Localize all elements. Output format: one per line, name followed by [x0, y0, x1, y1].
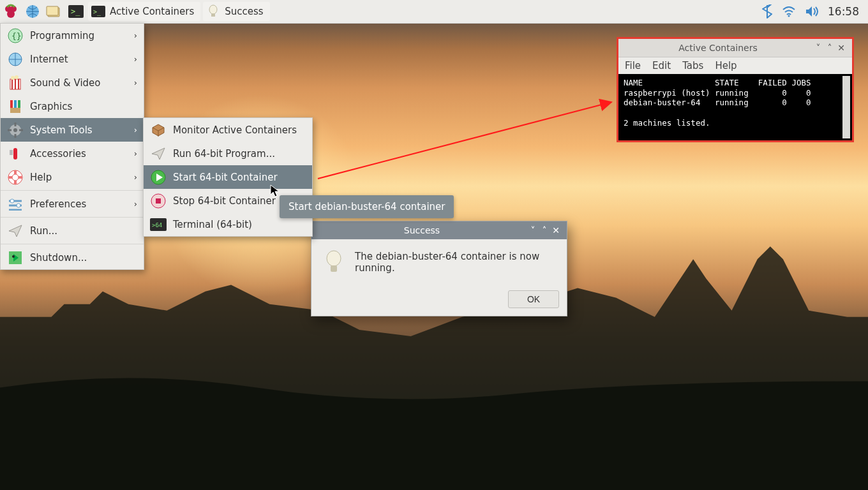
app-menu-main: {} Programming› Internet› Sound & Video›… [0, 23, 144, 270]
volume-icon[interactable] [805, 6, 819, 17]
maximize-icon[interactable]: ˄ [539, 225, 550, 235]
lifebuoy-icon [7, 169, 24, 186]
svg-text:>_: >_ [93, 8, 101, 16]
menu-item-internet[interactable]: Internet› [1, 47, 144, 71]
minimize-icon[interactable]: ˅ [527, 225, 539, 235]
file-manager-launcher[interactable] [45, 3, 63, 20]
svg-point-39 [10, 199, 14, 203]
knife-icon [7, 145, 24, 162]
svg-rect-50 [331, 265, 337, 272]
dialog-title: Success [317, 225, 527, 235]
svg-text:{}: {} [11, 31, 22, 41]
dialog-message: The debian-buster-64 container is now ru… [355, 251, 555, 274]
menu-separator [1, 244, 144, 244]
web-browser-launcher[interactable] [24, 3, 41, 20]
svg-rect-24 [18, 100, 20, 108]
menu-item-sound-video[interactable]: Sound & Video› [1, 71, 144, 94]
menu-item-preferences[interactable]: Preferences› [1, 192, 144, 216]
play-icon [150, 169, 167, 186]
svg-rect-33 [10, 150, 13, 155]
chevron-right-icon: › [134, 54, 137, 64]
terminal-launcher[interactable]: >_ [67, 3, 85, 20]
chevron-right-icon: › [134, 78, 137, 87]
exit-icon [7, 249, 24, 266]
code-icon: {} [7, 27, 24, 44]
taskbar-label: Active Containers [110, 6, 194, 17]
taskbar-button-success[interactable]: Success [203, 2, 269, 21]
svg-point-49 [327, 251, 341, 266]
stop-icon [150, 193, 167, 209]
menu-separator [1, 217, 144, 218]
lightbulb-icon [323, 249, 345, 275]
svg-text:>_: >_ [71, 7, 80, 16]
menu-item-graphics[interactable]: Graphics [1, 94, 144, 118]
menu-tabs[interactable]: Tabs [682, 60, 703, 71]
menu-help[interactable]: Help [715, 60, 737, 71]
svg-point-21 [15, 75, 19, 79]
menu-item-help[interactable]: Help› [1, 165, 144, 189]
svg-text:>64: >64 [152, 222, 162, 228]
svg-rect-5 [47, 6, 58, 15]
clock[interactable]: 16:58 [828, 5, 859, 18]
tooltip: Start debian-buster-64 container [280, 195, 454, 218]
popcorn-icon [7, 75, 24, 91]
svg-rect-22 [10, 100, 13, 108]
menu-separator [1, 190, 144, 191]
chevron-right-icon: › [134, 149, 137, 158]
menu-item-system-tools[interactable]: System Tools› [1, 118, 144, 142]
svg-point-27 [13, 128, 17, 132]
globe-icon [7, 51, 24, 68]
app-menu-system-tools: Monitor Active Containers Run 64-bit Pro… [143, 117, 313, 237]
menu-item-shutdown[interactable]: Shutdown... [1, 246, 144, 269]
menu-item-run[interactable]: Run... [1, 219, 144, 242]
window-active-containers: Active Containers ˅ ˄ ✕ File Edit Tabs H… [617, 37, 854, 142]
minimize-icon[interactable]: ˅ [812, 43, 824, 53]
svg-rect-45 [156, 198, 161, 204]
brush-icon [7, 98, 24, 115]
lightbulb-icon [206, 4, 221, 19]
system-tray: 16:58 [761, 4, 868, 19]
svg-rect-25 [10, 108, 20, 113]
wifi-icon[interactable] [782, 6, 796, 17]
svg-rect-23 [14, 100, 17, 108]
menu-item-monitor-containers[interactable]: Monitor Active Containers [144, 118, 312, 142]
box-icon [150, 122, 167, 138]
svg-point-2 [7, 10, 15, 18]
svg-point-10 [209, 5, 217, 14]
gear-icon [7, 122, 24, 138]
svg-rect-11 [211, 13, 215, 17]
top-panel: >_ >_ Active Containers Success 16:58 [0, 0, 868, 24]
chevron-right-icon: › [134, 172, 137, 182]
svg-rect-32 [13, 148, 17, 160]
close-icon[interactable]: ✕ [835, 43, 847, 53]
dialog-titlebar[interactable]: Success ˅ ˄ ✕ [311, 221, 567, 239]
ok-button[interactable]: OK [508, 290, 559, 308]
sliders-icon [7, 196, 24, 212]
close-icon[interactable]: ✕ [550, 225, 562, 235]
window-menubar: File Edit Tabs Help [618, 57, 852, 74]
menu-item-start-64bit-container[interactable]: Start 64-bit Container [144, 165, 312, 189]
window-title: Active Containers [624, 43, 812, 53]
menu-item-accessories[interactable]: Accessories› [1, 142, 144, 165]
maximize-icon[interactable]: ˄ [824, 43, 835, 53]
bluetooth-icon[interactable] [761, 4, 773, 19]
app-menu-button[interactable] [2, 3, 20, 20]
chevron-right-icon: › [134, 199, 137, 209]
menu-item-programming[interactable]: {} Programming› [1, 24, 144, 47]
paperplane-icon [150, 145, 167, 162]
dialog-success: Success ˅ ˄ ✕ The debian-buster-64 conta… [311, 221, 567, 316]
menu-item-run-64bit[interactable]: Run 64-bit Program... [144, 142, 312, 165]
svg-point-12 [788, 15, 790, 17]
chevron-right-icon: › [134, 31, 137, 40]
paperplane-icon [7, 223, 24, 239]
scrollbar[interactable] [842, 76, 850, 138]
menu-file[interactable]: File [625, 60, 641, 71]
window-titlebar[interactable]: Active Containers ˅ ˄ ✕ [618, 39, 852, 57]
chevron-right-icon: › [134, 125, 137, 135]
terminal-output[interactable]: NAME STATE FAILED JOBS raspberrypi (host… [618, 74, 852, 140]
svg-point-20 [11, 76, 15, 80]
terminal-64-icon: >64 [150, 216, 167, 233]
svg-point-42 [12, 255, 15, 258]
menu-edit[interactable]: Edit [652, 60, 671, 71]
taskbar-button-active-containers[interactable]: >_ Active Containers [88, 2, 200, 21]
